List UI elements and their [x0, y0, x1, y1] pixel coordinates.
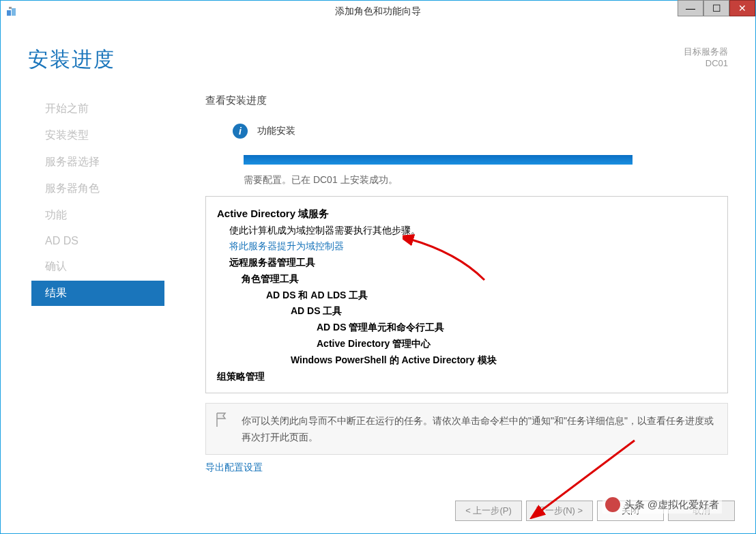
- note-text: 你可以关闭此向导而不中断正在运行的任务。请依次单击命令栏中的"通知"和"任务详细…: [242, 413, 716, 446]
- gpm-heading: 组策略管理: [217, 369, 716, 385]
- status-line: 需要配置。已在 DC01 上安装成功。: [244, 174, 728, 186]
- sidebar-item-confirmation: 确认: [38, 254, 164, 279]
- ad-admin-center-heading: Active Directory 管理中心: [317, 336, 716, 352]
- svg-rect-0: [7, 10, 11, 16]
- minimize-button[interactable]: —: [678, 0, 703, 16]
- close-button[interactable]: ✕: [729, 0, 755, 16]
- promote-dc-link[interactable]: 将此服务器提升为域控制器: [229, 238, 716, 255]
- next-button: 下一步(N) >: [526, 501, 593, 521]
- main: 查看安装进度 i 功能安装 需要配置。已在 DC01 上安装成功。 Active…: [164, 86, 755, 492]
- page-title: 安装进度: [28, 46, 115, 74]
- sidebar-item-server-selection: 服务器选择: [38, 150, 164, 175]
- prev-button: < 上一步(P): [455, 501, 522, 521]
- sidebar: 开始之前 安装类型 服务器选择 服务器角色 功能 AD DS 确认 结果: [1, 86, 164, 492]
- note-box: 你可以关闭此向导而不中断正在运行的任务。请依次单击命令栏中的"通知"和"任务详细…: [205, 403, 728, 455]
- flag-icon: [216, 412, 228, 428]
- sidebar-item-adds: AD DS: [38, 229, 164, 253]
- svg-rect-2: [9, 7, 12, 9]
- view-title: 查看安装进度: [205, 94, 728, 107]
- results-box: Active Directory 域服务 使此计算机成为域控制器需要执行其他步骤…: [205, 196, 728, 393]
- adds-tools-heading: AD DS 工具: [291, 303, 716, 320]
- target-server-name: DC01: [684, 58, 728, 68]
- sidebar-item-install-type: 安装类型: [38, 123, 164, 148]
- results-heading: Active Directory 域服务: [217, 205, 716, 223]
- window-controls: — ☐ ✕: [678, 1, 755, 16]
- window-body: 安装进度 目标服务器 DC01 开始之前 安装类型 服务器选择 服务器角色 功能…: [0, 22, 756, 534]
- sidebar-item-features: 功能: [38, 203, 164, 228]
- results-subtext: 使此计算机成为域控制器需要执行其他步骤。: [229, 223, 716, 239]
- target-server-label: 目标服务器: [684, 46, 728, 58]
- sidebar-item-results[interactable]: 结果: [31, 281, 164, 306]
- progress-bar: [244, 155, 633, 165]
- titlebar: 添加角色和功能向导 — ☐ ✕: [0, 0, 756, 22]
- svg-rect-1: [12, 8, 16, 16]
- app-icon: [6, 6, 17, 17]
- header-row: 安装进度 目标服务器 DC01: [1, 22, 755, 79]
- install-info-row: i 功能安装: [233, 124, 728, 139]
- sidebar-item-server-roles: 服务器角色: [38, 176, 164, 201]
- adds-adlds-heading: AD DS 和 AD LDS 工具: [266, 287, 716, 304]
- install-info-text: 功能安装: [257, 125, 295, 137]
- info-icon: i: [233, 124, 248, 139]
- adds-snapins-heading: AD DS 管理单元和命令行工具: [317, 320, 716, 336]
- remote-tools-heading: 远程服务器管理工具: [229, 255, 716, 271]
- maximize-button[interactable]: ☐: [703, 0, 729, 16]
- target-server: 目标服务器 DC01: [684, 46, 728, 68]
- sidebar-item-before-begin: 开始之前: [38, 96, 164, 122]
- role-tools-heading: 角色管理工具: [242, 271, 716, 287]
- content-row: 开始之前 安装类型 服务器选择 服务器角色 功能 AD DS 确认 结果 查看安…: [1, 79, 755, 492]
- watermark: 头条 @虚拟化爱好者: [602, 496, 722, 514]
- export-config-link[interactable]: 导出配置设置: [205, 462, 728, 474]
- watermark-avatar-icon: [605, 497, 620, 512]
- ps-module-heading: Windows PowerShell 的 Active Directory 模块: [291, 352, 716, 369]
- watermark-text: 头条 @虚拟化爱好者: [624, 498, 719, 511]
- window-title: 添加角色和功能向导: [335, 5, 421, 18]
